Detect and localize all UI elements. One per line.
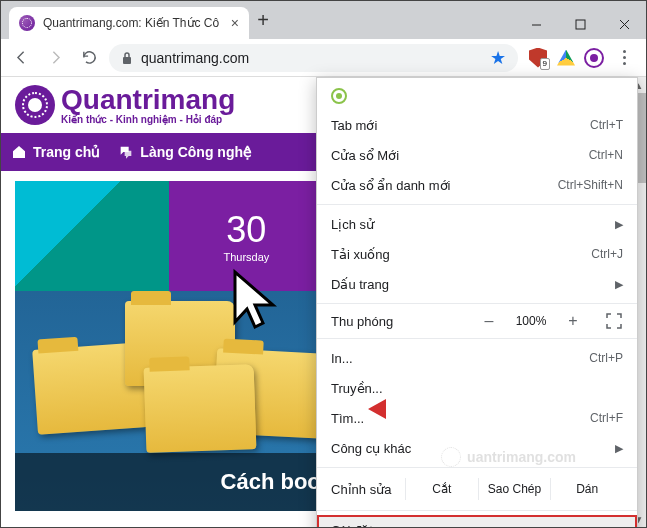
watermark-text: uantrimang.com [467,449,576,465]
menu-new-window-shortcut: Ctrl+N [551,148,623,162]
menu-separator [317,338,637,339]
zoom-in-button[interactable]: + [561,312,585,330]
menu-new-tab-shortcut: Ctrl+T [551,118,623,132]
menu-zoom: Thu phóng – 100% + [317,308,637,334]
menu-downloads-shortcut: Ctrl+J [551,247,623,261]
menu-print-shortcut: Ctrl+P [551,351,623,365]
menu-find-shortcut: Ctrl+F [551,411,623,425]
watermark: uantrimang.com [441,447,576,467]
menu-print[interactable]: In... Ctrl+P [317,343,637,373]
menu-settings-label: Cài đặt [331,523,623,529]
home-icon [11,144,27,160]
zoom-out-button[interactable]: – [477,312,501,330]
chevron-right-icon: ▶ [615,278,623,291]
cursor-arrow-icon [225,267,285,341]
lock-icon [121,51,133,65]
address-bar[interactable]: quantrimang.com ★ [109,44,518,72]
calendar-day: Thursday [223,251,269,263]
url-text: quantrimang.com [141,50,249,66]
menu-zoom-label: Thu phóng [331,314,467,329]
chat-icon [118,144,134,160]
new-tab-button[interactable]: + [249,9,277,32]
brand-icon [331,88,347,104]
menu-brand [317,78,637,110]
menu-new-window[interactable]: Cửa sổ Mới Ctrl+N [317,140,637,170]
reload-button[interactable] [75,44,103,72]
profile-button[interactable] [584,48,604,68]
svg-rect-1 [576,20,585,29]
logo-mark-icon [15,85,55,125]
edit-cut-button[interactable]: Cắt [405,478,478,500]
window-titlebar: Quantrimang.com: Kiến Thức Cô × + [1,1,646,39]
logo-tagline: Kiến thức - Kinh nghiệm - Hỏi đáp [61,114,235,125]
bookmark-star-icon[interactable]: ★ [490,47,506,69]
svg-rect-4 [123,57,131,64]
minimize-button[interactable] [514,9,558,39]
menu-find[interactable]: Tìm... Ctrl+F [317,403,637,433]
menu-history-label: Lịch sử [331,217,535,232]
edit-paste-button[interactable]: Dán [550,478,623,500]
favicon-icon [19,15,35,31]
menu-new-tab-label: Tab mới [331,118,551,133]
menu-edit-label: Chỉnh sửa [331,482,405,497]
forward-button[interactable] [41,44,69,72]
fullscreen-button[interactable] [605,312,623,330]
edit-copy-button[interactable]: Sao Chép [478,478,551,500]
annotation-arrow-icon [366,391,446,431]
menu-downloads-label: Tải xuống [331,247,551,262]
menu-separator [317,303,637,304]
menu-incognito[interactable]: Cửa sổ ẩn danh mới Ctrl+Shift+N [317,170,637,200]
calendar-number: 30 [223,209,269,251]
tile-graphic [15,181,169,291]
tab-title: Quantrimang.com: Kiến Thức Cô [43,16,219,30]
chevron-right-icon: ▶ [615,442,623,455]
gdrive-extension-icon[interactable] [556,48,576,68]
logo-q: Q [61,84,83,115]
chevron-right-icon: ▶ [615,218,623,231]
folder-icon [144,364,257,453]
extensions-area: 9 [524,46,640,69]
window-controls [514,9,646,39]
tab-close-button[interactable]: × [231,15,239,31]
menu-settings[interactable]: Cài đặt [317,515,637,528]
nav-tech-label: Làng Công nghệ [140,144,252,160]
menu-bookmarks-label: Dấu trang [331,277,535,292]
nav-tech[interactable]: Làng Công nghệ [118,144,252,160]
menu-print-label: In... [331,351,551,366]
menu-separator [317,204,637,205]
menu-separator [317,467,637,468]
adblock-extension-icon[interactable]: 9 [528,48,548,68]
chrome-menu-button[interactable] [612,46,636,69]
zoom-value: 100% [511,314,551,328]
browser-toolbar: quantrimang.com ★ 9 [1,39,646,77]
nav-home-label: Trang chủ [33,144,100,160]
back-button[interactable] [7,44,35,72]
browser-tab[interactable]: Quantrimang.com: Kiến Thức Cô × [9,7,249,39]
site-logo[interactable]: Quantrimang Kiến thức - Kinh nghiệm - Hỏ… [15,85,235,125]
nav-home[interactable]: Trang chủ [11,144,100,160]
adblock-badge: 9 [540,58,550,70]
menu-incognito-shortcut: Ctrl+Shift+N [551,178,623,192]
menu-edit: Chỉnh sửa Cắt Sao Chép Dán [317,472,637,506]
logo-text: uantrimang [83,84,235,115]
maximize-button[interactable] [558,9,602,39]
menu-downloads[interactable]: Tải xuống Ctrl+J [317,239,637,269]
menu-cast[interactable]: Truyền... [317,373,637,403]
watermark-icon [441,447,461,467]
menu-history[interactable]: Lịch sử ▶ [317,209,637,239]
menu-new-tab[interactable]: Tab mới Ctrl+T [317,110,637,140]
menu-separator [317,510,637,511]
menu-new-window-label: Cửa sổ Mới [331,148,551,163]
menu-bookmarks[interactable]: Dấu trang ▶ [317,269,637,299]
close-button[interactable] [602,9,646,39]
menu-incognito-label: Cửa sổ ẩn danh mới [331,178,551,193]
